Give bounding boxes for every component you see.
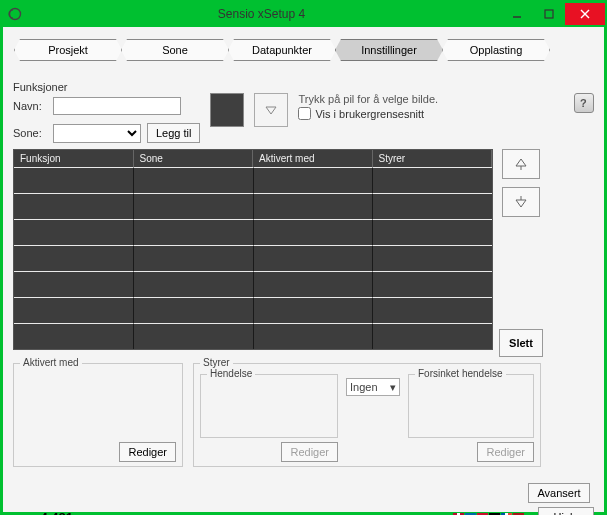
group-styrer: Styrer Hendelse Ingen ▾ Forsinket hendel… <box>193 363 541 467</box>
table-row[interactable] <box>14 167 492 193</box>
show-in-ui-row[interactable]: Vis i brukergrensesnitt <box>298 107 438 120</box>
zone-select[interactable] <box>53 124 141 143</box>
table-row[interactable] <box>14 193 492 219</box>
hint-block: Trykk på pil for å velge bilde. Vis i br… <box>298 93 438 120</box>
image-preview-swatch <box>210 93 244 127</box>
side-buttons: Slett <box>499 149 543 357</box>
svg-marker-9 <box>516 200 526 207</box>
hendelse-edit-button[interactable]: Rediger <box>281 442 338 462</box>
functions-table[interactable]: Funksjon Sone Aktivert med Styrer <box>13 149 493 350</box>
add-button[interactable]: Legg til <box>147 123 200 143</box>
hint-wrap: Trykk på pil for å velge bilde. Vis i br… <box>298 93 438 120</box>
arrow-up-icon <box>514 157 528 171</box>
th-activated[interactable]: Aktivert med <box>253 150 373 167</box>
maximize-button[interactable] <box>533 3 565 25</box>
tab-upload[interactable]: Opplasting <box>442 39 550 61</box>
group-aktivert-title: Aktivert med <box>20 357 82 368</box>
svg-marker-7 <box>516 159 526 166</box>
delay-select[interactable]: Ingen ▾ <box>346 378 400 396</box>
th-controls[interactable]: Styrer <box>373 150 493 167</box>
show-in-ui-label: Vis i brukergrensesnitt <box>315 108 424 120</box>
name-label: Navn: <box>13 100 47 112</box>
form-top-row: Navn: Sone: Legg til Trykk på pil for å … <box>13 93 594 143</box>
zone-label: Sone: <box>13 127 47 139</box>
close-button[interactable] <box>565 3 605 25</box>
version-label: ver: 4.481 <box>13 510 73 516</box>
svg-rect-2 <box>545 10 553 18</box>
help-icon-button[interactable]: ? <box>574 93 594 113</box>
tab-nav: Prosjekt Sone Datapunkter Innstillinger … <box>13 33 594 65</box>
group-aktivert-med: Aktivert med Rediger <box>13 363 183 467</box>
th-function[interactable]: Funksjon <box>14 150 134 167</box>
table-body <box>14 167 492 349</box>
advanced-row: Avansert <box>13 483 594 503</box>
group-styrer-title: Styrer <box>200 357 233 368</box>
aktivert-edit-button[interactable]: Rediger <box>119 442 176 462</box>
move-down-button[interactable] <box>502 187 540 217</box>
form-block: Navn: Sone: Legg til <box>13 93 200 143</box>
table-row[interactable] <box>14 245 492 271</box>
question-icon: ? <box>577 96 591 110</box>
zone-row: Sone: Legg til <box>13 123 200 143</box>
titlebar: Sensio xSetup 4 <box>2 2 605 26</box>
groups-row: Aktivert med Rediger Styrer Hendelse Ing… <box>13 363 594 467</box>
chevron-down-icon: ▾ <box>390 381 396 394</box>
section-title: Funksjoner <box>13 81 594 93</box>
chevron-down-icon <box>264 103 278 117</box>
th-zone[interactable]: Sone <box>134 150 254 167</box>
table-row[interactable] <box>14 271 492 297</box>
app-icon <box>8 7 22 21</box>
tab-project[interactable]: Prosjekt <box>14 39 122 61</box>
group-hendelse: Hendelse <box>200 374 338 438</box>
table-header-row: Funksjon Sone Aktivert med Styrer <box>14 150 492 167</box>
help-button[interactable]: Hjelp <box>538 507 594 515</box>
window-title: Sensio xSetup 4 <box>22 7 501 21</box>
tab-settings[interactable]: Innstillinger <box>335 39 443 61</box>
table-row[interactable] <box>14 219 492 245</box>
delete-button[interactable]: Slett <box>499 329 543 357</box>
name-input[interactable] <box>53 97 181 115</box>
table-wrap: Funksjon Sone Aktivert med Styrer <box>13 149 594 357</box>
window-buttons <box>501 3 605 25</box>
forsinket-edit-button[interactable]: Rediger <box>477 442 534 462</box>
tab-datapoints[interactable]: Datapunkter <box>228 39 336 61</box>
tab-zone[interactable]: Sone <box>121 39 229 61</box>
image-picker-button[interactable] <box>254 93 288 127</box>
svg-marker-5 <box>266 107 276 114</box>
aktivert-list[interactable] <box>20 374 176 438</box>
arrow-down-icon <box>514 195 528 209</box>
main-frame: Prosjekt Sone Datapunkter Innstillinger … <box>2 26 605 513</box>
footer: ver: 4.481 Hjelp <box>13 503 594 515</box>
hint-text: Trykk på pil for å velge bilde. <box>298 93 438 105</box>
svg-text:?: ? <box>580 97 587 109</box>
group-forsinket-hendelse: Forsinket hendelse <box>408 374 534 438</box>
table-row[interactable] <box>14 297 492 323</box>
move-up-button[interactable] <box>502 149 540 179</box>
table-row[interactable] <box>14 323 492 349</box>
titlebar-left <box>2 7 22 21</box>
hendelse-title: Hendelse <box>207 368 255 379</box>
show-in-ui-checkbox[interactable] <box>298 107 311 120</box>
advanced-button[interactable]: Avansert <box>528 483 590 503</box>
delay-select-value: Ingen <box>350 381 378 393</box>
name-row: Navn: <box>13 97 200 115</box>
minimize-button[interactable] <box>501 3 533 25</box>
forsinket-title: Forsinket hendelse <box>415 368 506 379</box>
